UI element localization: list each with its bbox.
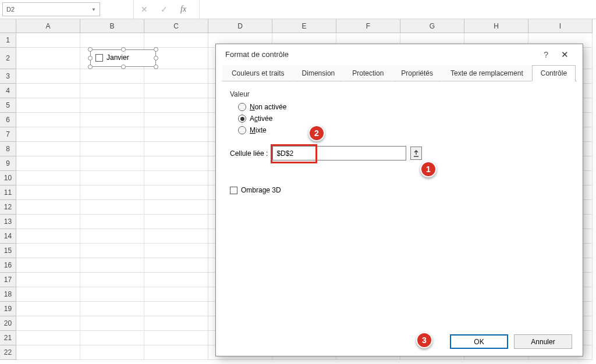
col-header[interactable]: C (144, 19, 208, 33)
col-header[interactable]: A (16, 19, 80, 33)
tab-proprietes[interactable]: Propriétés (392, 65, 442, 81)
col-header[interactable]: G (400, 19, 464, 33)
separator (133, 0, 134, 19)
checkbox-label: Janvier (107, 53, 129, 62)
select-all-corner[interactable] (0, 19, 16, 33)
row-header[interactable]: 4 (0, 84, 16, 98)
formula-bar-icons: ✕ ✓ fx (141, 5, 186, 14)
row-header[interactable]: 14 (0, 229, 16, 244)
close-icon[interactable]: ✕ (556, 46, 573, 63)
row-header[interactable]: 22 (0, 345, 16, 360)
row-header[interactable]: 20 (0, 316, 16, 331)
radio-icon (238, 115, 246, 123)
group-valeur-label: Valeur (230, 90, 569, 98)
tab-controle[interactable]: Contrôle (532, 65, 576, 81)
annotation-callout-1: 1 (420, 161, 437, 177)
col-header[interactable]: B (80, 19, 144, 33)
tab-dimension[interactable]: Dimension (293, 65, 344, 81)
name-box-value: D2 (6, 6, 15, 13)
col-header[interactable]: I (528, 19, 593, 33)
row-header[interactable]: 7 (0, 127, 16, 142)
col-header[interactable]: D (208, 19, 272, 33)
dropdown-icon[interactable]: ▼ (91, 7, 96, 12)
checkbox-icon (230, 187, 237, 194)
radio-icon (238, 126, 246, 134)
radio-label: Mixte (250, 126, 267, 134)
name-box[interactable]: D2 ▼ (2, 2, 100, 16)
col-header[interactable]: F (336, 19, 400, 33)
checkbox-icon (95, 54, 103, 62)
resize-handle[interactable] (121, 47, 126, 52)
linked-cell-row: Cellule liée : (230, 146, 569, 160)
shade-3d-row[interactable]: Ombrage 3D (230, 186, 569, 194)
col-header[interactable]: H (464, 19, 528, 33)
linked-cell-input-wrapper (272, 146, 406, 160)
resize-handle[interactable] (88, 47, 93, 52)
row-header[interactable]: 6 (0, 113, 16, 127)
confirm-icon[interactable]: ✓ (161, 5, 168, 14)
resize-handle[interactable] (121, 65, 126, 69)
col-header[interactable]: E (272, 19, 336, 33)
shade-3d-label: Ombrage 3D (241, 186, 281, 194)
cancel-icon[interactable]: ✕ (141, 5, 148, 14)
radio-label: Non activée (250, 103, 286, 111)
resize-handle[interactable] (154, 65, 158, 69)
dialog-tabs: Couleurs et traits Dimension Protection … (216, 65, 583, 81)
radio-mixte[interactable]: Mixte (238, 126, 569, 134)
row-header[interactable]: 8 (0, 142, 16, 156)
dialog-title: Format de contrôle (225, 50, 289, 59)
tab-protection[interactable]: Protection (343, 65, 392, 81)
row-headers: 1 2 3 4 5 6 7 8 9 10 11 12 13 14 15 16 1… (0, 33, 16, 360)
radio-label: Activée (250, 115, 272, 123)
row-header[interactable]: 5 (0, 98, 16, 113)
row-header[interactable]: 2 (0, 48, 16, 69)
separator (199, 0, 200, 19)
row-header[interactable]: 17 (0, 273, 16, 287)
dialog-body: Valeur Non activée Activée Mixte Cellule… (216, 81, 583, 327)
row-header[interactable]: 18 (0, 287, 16, 302)
row-header[interactable]: 10 (0, 171, 16, 185)
row-header[interactable]: 1 (0, 33, 16, 48)
dialog-buttons: OK Annuler (216, 327, 583, 356)
formula-bar: D2 ▼ ✕ ✓ fx (0, 0, 596, 19)
radio-activee[interactable]: Activée (238, 115, 569, 123)
row-header[interactable]: 15 (0, 244, 16, 258)
row-header[interactable]: 11 (0, 185, 16, 200)
tab-couleurs[interactable]: Couleurs et traits (223, 65, 293, 81)
row-header[interactable]: 21 (0, 331, 16, 345)
ok-button[interactable]: OK (450, 334, 508, 349)
format-control-dialog: Format de contrôle ? ✕ Couleurs et trait… (215, 44, 583, 356)
resize-handle[interactable] (154, 47, 158, 52)
annotation-callout-3: 3 (416, 332, 432, 348)
row-header[interactable]: 9 (0, 156, 16, 171)
checkbox-form-control[interactable]: Janvier (90, 49, 156, 67)
range-picker-button[interactable] (410, 147, 422, 160)
linked-cell-label: Cellule liée : (230, 149, 268, 158)
column-headers: A B C D E F G H I (16, 19, 596, 33)
dialog-titlebar[interactable]: Format de contrôle ? ✕ (216, 44, 583, 65)
cancel-button[interactable]: Annuler (514, 334, 572, 349)
row-header[interactable]: 19 (0, 302, 16, 316)
range-picker-icon (413, 150, 420, 157)
row-header[interactable]: 12 (0, 200, 16, 215)
resize-handle[interactable] (88, 56, 93, 60)
row-header[interactable]: 3 (0, 69, 16, 84)
radio-non-activee[interactable]: Non activée (238, 103, 569, 111)
resize-handle[interactable] (88, 65, 93, 69)
fx-icon[interactable]: fx (180, 5, 186, 14)
tab-texte-remplacement[interactable]: Texte de remplacement (442, 65, 532, 81)
resize-handle[interactable] (154, 56, 158, 60)
row-header[interactable]: 16 (0, 258, 16, 273)
help-button[interactable]: ? (535, 47, 556, 63)
annotation-callout-2: 2 (308, 125, 325, 141)
row-header[interactable]: 13 (0, 215, 16, 229)
radio-icon (238, 103, 246, 111)
linked-cell-input[interactable] (273, 147, 406, 160)
